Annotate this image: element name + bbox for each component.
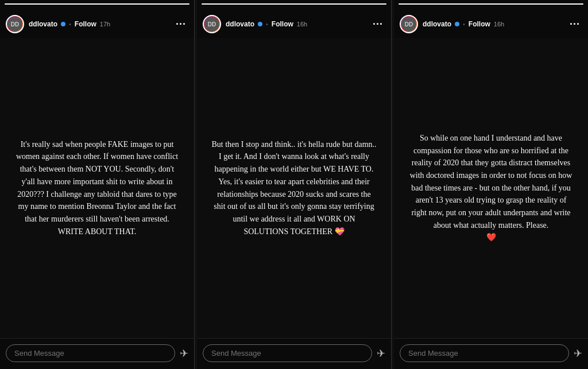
story-content-1: It's really sad when people FAKE images … [0, 38, 194, 338]
more-button-3[interactable]: ··· [567, 18, 582, 30]
avatar-inner-1: DD [7, 17, 22, 32]
avatar-3[interactable]: DD [400, 15, 418, 33]
follow-button-1[interactable]: Follow [75, 20, 96, 28]
progress-bar-2 [202, 3, 386, 5]
username-1: ddlovato [29, 20, 57, 28]
header-info-1: ddlovato • Follow 17h [29, 20, 169, 28]
username-3: ddlovato [423, 20, 451, 28]
story-panel-3: DD ddlovato • Follow 16h ··· So while on… [394, 0, 588, 369]
verified-icon-1 [61, 22, 65, 26]
story-header-3: DD ddlovato • Follow 16h ··· [394, 0, 588, 38]
timestamp-2: 16h [297, 21, 307, 28]
avatar-inner-2: DD [204, 17, 219, 32]
username-2: ddlovato [226, 20, 254, 28]
story-text-1: It's really sad when people FAKE images … [14, 138, 180, 238]
story-header-2: DD ddlovato • Follow 16h ··· [197, 0, 391, 38]
message-input-2[interactable] [203, 344, 372, 362]
progress-fill-2 [202, 3, 386, 5]
avatar-1[interactable]: DD [6, 15, 24, 33]
story-content-3: So while on one hand I understand and ha… [394, 38, 588, 338]
more-button-1[interactable]: ··· [173, 18, 188, 30]
timestamp-3: 16h [494, 21, 504, 28]
timestamp-1: 17h [100, 21, 110, 28]
separator-1: • [69, 21, 71, 28]
avatar-2[interactable]: DD [203, 15, 221, 33]
story-panel-2: DD ddlovato • Follow 16h ··· But then I … [197, 0, 392, 369]
header-info-3: ddlovato • Follow 16h [423, 20, 563, 28]
separator-3: • [463, 21, 465, 28]
avatar-inner-3: DD [401, 17, 416, 32]
send-icon-2[interactable] [377, 347, 385, 360]
story-footer-3 [394, 338, 588, 369]
verified-icon-3 [455, 22, 459, 26]
message-input-3[interactable] [400, 344, 569, 362]
send-icon-1[interactable] [180, 347, 188, 360]
separator-2: • [266, 21, 268, 28]
story-footer-2 [197, 338, 391, 369]
story-text-2: But then I stop and think.. it's hella r… [211, 138, 377, 238]
progress-fill-3 [399, 3, 583, 5]
story-panel-1: DD ddlovato • Follow 17h ··· It's really… [0, 0, 195, 369]
header-info-2: ddlovato • Follow 16h [226, 20, 366, 28]
progress-bar-1 [5, 3, 189, 5]
story-content-2: But then I stop and think.. it's hella r… [197, 38, 391, 338]
follow-button-2[interactable]: Follow [272, 20, 293, 28]
follow-button-3[interactable]: Follow [469, 20, 490, 28]
story-footer-1 [0, 338, 194, 369]
message-input-1[interactable] [6, 344, 175, 362]
story-header-1: DD ddlovato • Follow 17h ··· [0, 0, 194, 38]
stories-container: DD ddlovato • Follow 17h ··· It's really… [0, 0, 588, 369]
story-text-3: So while on one hand I understand and ha… [408, 132, 574, 244]
send-icon-3[interactable] [574, 347, 582, 360]
progress-fill-1 [5, 3, 189, 5]
progress-bar-3 [399, 3, 583, 5]
more-button-2[interactable]: ··· [370, 18, 385, 30]
verified-icon-2 [258, 22, 262, 26]
